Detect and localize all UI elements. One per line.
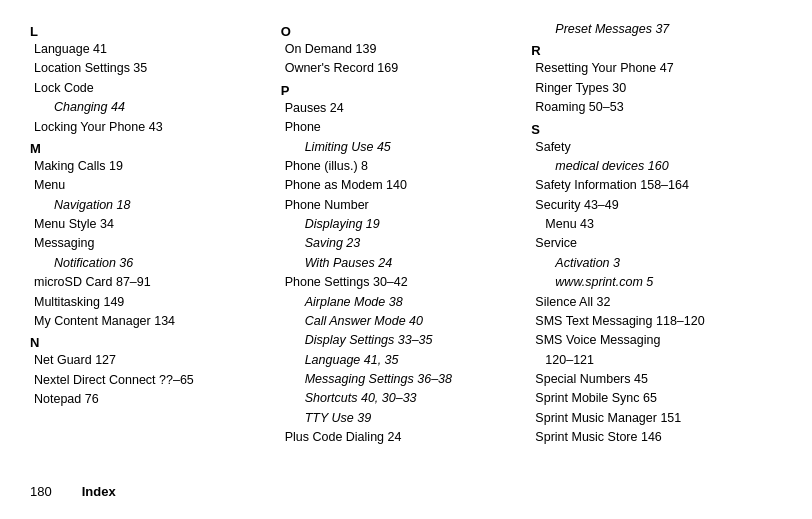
index-entry: Multitasking 149 xyxy=(30,293,271,312)
index-entry: Preset Messages 37 xyxy=(531,20,772,39)
index-entry: Activation 3 xyxy=(531,254,772,273)
index-section: RResetting Your Phone 47Ringer Types 30R… xyxy=(531,43,772,117)
footer-label: Index xyxy=(82,484,116,499)
index-entry: Nextel Direct Connect ??–65 xyxy=(30,371,271,390)
index-entry: With Pauses 24 xyxy=(281,254,522,273)
index-section: LLanguage 41Location Settings 35Lock Cod… xyxy=(30,24,271,137)
index-entry: TTY Use 39 xyxy=(281,409,522,428)
index-section: OOn Demand 139Owner's Record 169 xyxy=(281,24,522,79)
index-entry: Resetting Your Phone 47 xyxy=(531,59,772,78)
index-entry: Changing 44 xyxy=(30,98,271,117)
index-entry: Security 43–49 xyxy=(531,196,772,215)
index-entry: Net Guard 127 xyxy=(30,351,271,370)
column-1: OOn Demand 139Owner's Record 169PPauses … xyxy=(281,20,532,476)
index-entry: Language 41, 35 xyxy=(281,351,522,370)
index-entry: Owner's Record 169 xyxy=(281,59,522,78)
index-entry: Menu 43 xyxy=(531,215,772,234)
index-entry: Notepad 76 xyxy=(30,390,271,409)
index-entry: Pauses 24 xyxy=(281,99,522,118)
index-entry: Sprint Music Manager 151 xyxy=(531,409,772,428)
index-entry: Sprint Mobile Sync 65 xyxy=(531,389,772,408)
index-entry: Limiting Use 45 xyxy=(281,138,522,157)
index-entry: microSD Card 87–91 xyxy=(30,273,271,292)
index-entry: Ringer Types 30 xyxy=(531,79,772,98)
index-entry: Saving 23 xyxy=(281,234,522,253)
index-entry: Locking Your Phone 43 xyxy=(30,118,271,137)
index-entry: Displaying 19 xyxy=(281,215,522,234)
index-entry: Language 41 xyxy=(30,40,271,59)
index-entry: 120–121 xyxy=(531,351,772,370)
page: LLanguage 41Location Settings 35Lock Cod… xyxy=(0,0,812,519)
section-letter: R xyxy=(531,43,772,58)
index-entry: Service xyxy=(531,234,772,253)
index-entry: Phone as Modem 140 xyxy=(281,176,522,195)
index-entry: Navigation 18 xyxy=(30,196,271,215)
section-letter: N xyxy=(30,335,271,350)
index-entry: Shortcuts 40, 30–33 xyxy=(281,389,522,408)
index-entry: Display Settings 33–35 xyxy=(281,331,522,350)
section-letter: S xyxy=(531,122,772,137)
index-entry: My Content Manager 134 xyxy=(30,312,271,331)
index-entry: Safety xyxy=(531,138,772,157)
index-entry: Special Numbers 45 xyxy=(531,370,772,389)
index-entry: Lock Code xyxy=(30,79,271,98)
page-number: 180 xyxy=(30,484,52,499)
index-entry: medical devices 160 xyxy=(531,157,772,176)
index-entry: Phone Number xyxy=(281,196,522,215)
index-section: Preset Messages 37 xyxy=(531,20,772,39)
index-entry: Messaging xyxy=(30,234,271,253)
index-section: SSafetymedical devices 160Safety Informa… xyxy=(531,122,772,448)
index-columns: LLanguage 41Location Settings 35Lock Cod… xyxy=(30,20,782,476)
index-section: MMaking Calls 19MenuNavigation 18Menu St… xyxy=(30,141,271,331)
section-letter: O xyxy=(281,24,522,39)
index-entry: Notification 36 xyxy=(30,254,271,273)
index-entry: Call Answer Mode 40 xyxy=(281,312,522,331)
index-entry: Airplane Mode 38 xyxy=(281,293,522,312)
index-entry: Plus Code Dialing 24 xyxy=(281,428,522,447)
index-entry: SMS Text Messaging 118–120 xyxy=(531,312,772,331)
index-entry: SMS Voice Messaging xyxy=(531,331,772,350)
index-entry: Phone Settings 30–42 xyxy=(281,273,522,292)
index-section: NNet Guard 127Nextel Direct Connect ??–6… xyxy=(30,335,271,409)
column-2: Preset Messages 37RResetting Your Phone … xyxy=(531,20,782,476)
section-letter: M xyxy=(30,141,271,156)
index-entry: On Demand 139 xyxy=(281,40,522,59)
index-section: PPauses 24PhoneLimiting Use 45Phone (ill… xyxy=(281,83,522,448)
index-entry: Location Settings 35 xyxy=(30,59,271,78)
index-entry: Safety Information 158–164 xyxy=(531,176,772,195)
index-entry: Menu Style 34 xyxy=(30,215,271,234)
index-entry: Messaging Settings 36–38 xyxy=(281,370,522,389)
index-entry: Making Calls 19 xyxy=(30,157,271,176)
index-entry: Roaming 50–53 xyxy=(531,98,772,117)
index-entry: Silence All 32 xyxy=(531,293,772,312)
section-letter: P xyxy=(281,83,522,98)
index-entry: Phone xyxy=(281,118,522,137)
section-letter: L xyxy=(30,24,271,39)
column-0: LLanguage 41Location Settings 35Lock Cod… xyxy=(30,20,281,476)
footer: 180 Index xyxy=(30,476,782,499)
index-entry: Sprint Music Store 146 xyxy=(531,428,772,447)
index-entry: Menu xyxy=(30,176,271,195)
index-entry: Phone (illus.) 8 xyxy=(281,157,522,176)
index-entry: www.sprint.com 5 xyxy=(531,273,772,292)
